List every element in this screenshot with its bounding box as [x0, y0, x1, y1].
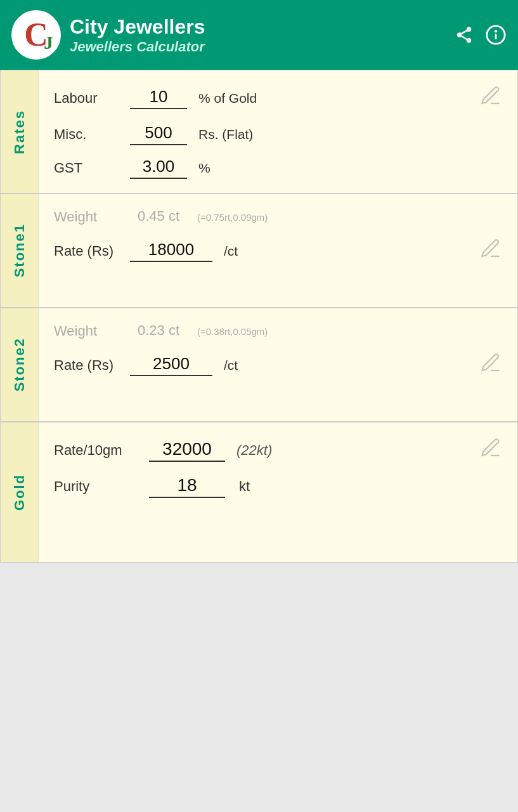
gold-rate-value[interactable]: 32000: [149, 439, 225, 462]
logo-j-letter: J: [44, 32, 53, 53]
header-text: City Jewellers Jewellers Calculator: [70, 15, 446, 55]
stone1-weight-note: (=0.75rt,0.09gm): [197, 212, 268, 223]
svg-point-0: [467, 27, 472, 32]
gold-purity-row: Purity 18 kt: [54, 475, 502, 498]
stone2-weight-label: Weight: [54, 323, 124, 339]
gold-purity-label: Purity: [54, 478, 143, 495]
labour-row: Labour 10 % of Gold: [54, 84, 502, 112]
stone2-weight-note: (=0.38rt,0.05gm): [197, 326, 268, 337]
stone1-section: Stone1 Weight 0.45 ct (=0.75rt,0.09gm) R…: [1, 194, 517, 308]
stone1-side-label: Stone1: [1, 194, 39, 307]
gold-purity-value[interactable]: 18: [149, 475, 225, 498]
stone2-rate-value[interactable]: 2500: [130, 354, 212, 376]
labour-value[interactable]: 10: [130, 87, 187, 109]
rates-content: Labour 10 % of Gold Misc. 500 Rs. (Flat)…: [39, 70, 517, 193]
misc-label: Misc.: [54, 126, 124, 143]
info-icon: [485, 24, 507, 46]
main-content: Rates Labour 10 % of Gold Misc. 500 Rs. …: [0, 70, 518, 563]
stone1-content: Weight 0.45 ct (=0.75rt,0.09gm) Rate (Rs…: [39, 194, 517, 307]
gst-unit: %: [198, 160, 210, 176]
rates-side-label: Rates: [1, 70, 39, 193]
svg-line-3: [462, 36, 467, 39]
svg-point-1: [457, 32, 462, 37]
stone2-rate-label: Rate (Rs): [54, 357, 124, 374]
app-title: City Jewellers: [70, 15, 446, 39]
info-button[interactable]: [485, 24, 507, 46]
gst-value[interactable]: 3.00: [130, 157, 187, 179]
stone1-weight-label: Weight: [54, 209, 124, 225]
share-icon: [455, 25, 474, 44]
gold-rate-row: Rate/10gm 32000 (22kt): [54, 436, 502, 464]
gold-rate-label: Rate/10gm: [54, 442, 143, 459]
stone2-section: Stone2 Weight 0.23 ct (=0.38rt,0.05gm) R…: [1, 308, 517, 422]
stone2-weight-value: 0.23 ct: [130, 322, 187, 340]
gold-rate-unit: (22kt): [236, 442, 272, 459]
stone1-rate-value[interactable]: 18000: [130, 240, 212, 262]
rates-section: Rates Labour 10 % of Gold Misc. 500 Rs. …: [1, 70, 517, 194]
gold-purity-unit: kt: [239, 478, 250, 495]
svg-point-2: [467, 38, 472, 43]
header-actions: [455, 24, 507, 46]
stone2-side-label: Stone2: [1, 308, 39, 421]
stone1-rate-row: Rate (Rs) 18000 /ct: [54, 237, 502, 265]
labour-unit: % of Gold: [198, 91, 257, 106]
app-subtitle: Jewellers Calculator: [70, 39, 446, 55]
svg-line-4: [462, 30, 467, 34]
stone1-weight-row: Weight 0.45 ct (=0.75rt,0.09gm): [54, 208, 502, 226]
stone2-weight-row: Weight 0.23 ct (=0.38rt,0.05gm): [54, 322, 502, 340]
gold-content: Rate/10gm 32000 (22kt) Purity 18 kt: [39, 422, 517, 562]
gold-section: Gold Rate/10gm 32000 (22kt) Purity 18 kt: [1, 422, 517, 562]
gold-side-label: Gold: [1, 422, 39, 562]
share-button[interactable]: [455, 25, 474, 44]
stone1-rate-unit: /ct: [224, 244, 238, 259]
gold-edit-button[interactable]: [479, 436, 502, 464]
stone1-rate-label: Rate (Rs): [54, 243, 124, 259]
gst-row: GST 3.00 %: [54, 157, 502, 179]
misc-value[interactable]: 500: [130, 123, 187, 145]
misc-unit: Rs. (Flat): [198, 127, 253, 142]
gst-label: GST: [54, 160, 124, 176]
stone2-edit-button[interactable]: [479, 351, 502, 379]
stone1-weight-value: 0.45 ct: [130, 208, 187, 226]
stone1-edit-button[interactable]: [479, 237, 502, 265]
labour-label: Labour: [54, 90, 124, 107]
app-logo: C J: [11, 10, 61, 60]
stone2-rate-row: Rate (Rs) 2500 /ct: [54, 351, 502, 379]
stone2-rate-unit: /ct: [224, 358, 238, 373]
stone2-content: Weight 0.23 ct (=0.38rt,0.05gm) Rate (Rs…: [39, 308, 517, 421]
misc-row: Misc. 500 Rs. (Flat): [54, 123, 502, 145]
app-header: C J City Jewellers Jewellers Calculator: [0, 0, 518, 70]
labour-edit-button[interactable]: [479, 84, 502, 112]
